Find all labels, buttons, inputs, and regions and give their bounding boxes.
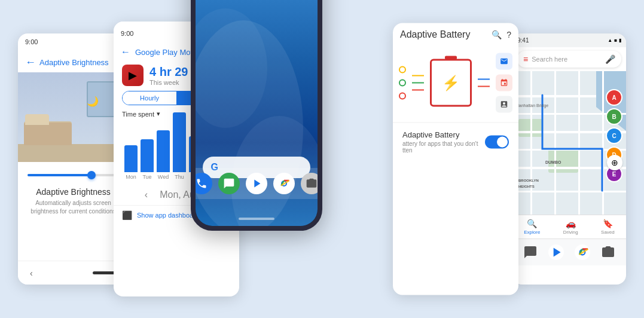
maps-battery-icon: ▮ [619,38,621,43]
dock-messages-icon[interactable] [218,173,240,194]
maps-search-text: Search here [532,56,602,63]
ab-label: Adaptive Brightness [18,182,129,199]
movies-icon-symbol: ▶ [129,69,137,82]
movies-app-icon: ▶ [122,65,144,86]
screens-container: 9:00 ← Adaptive Brightness 🌙 [0,0,644,318]
app-icon-1 [496,53,512,70]
tab-hourly[interactable]: Hourly [123,91,176,105]
bolt-icon: ⚡ [442,75,460,91]
nav-pill[interactable] [93,271,117,274]
ab-back-icon[interactable]: ← [25,56,36,69]
maps-mic-icon[interactable]: 🎤 [605,54,615,64]
movies-back-icon[interactable]: ← [121,47,130,57]
map-view[interactable]: Manhattan Bridge DUMBO BROOKLYN HEIGHTS … [512,71,626,215]
maps-right-buttons: ⊕ [607,155,622,173]
ab-title: Adaptive Brightness [39,58,109,67]
dashboard-icon: ⬛ [122,210,132,220]
avatar-1: A [606,89,622,106]
svg-rect-17 [530,71,532,215]
movies-time: 9:00 [121,30,133,37]
ab-bottom-nav: ‹ [18,261,129,285]
maps-dock-play[interactable] [547,243,566,262]
screen-adaptive-brightness: 9:00 ← Adaptive Brightness 🌙 [18,33,129,285]
battery-setting-title: Adaptive Battery [402,130,478,139]
bar-mon-bar [124,145,138,172]
svg-rect-19 [578,71,580,215]
battery-toggle[interactable] [485,135,509,148]
screen-maps: 9:41 ▲ ■ ▮ ≡ Search here 🎤 [512,33,626,285]
maps-dock-chrome[interactable] [573,243,592,262]
svg-rect-20 [602,71,604,215]
battery-title: Adaptive Battery [400,29,470,40]
center-phone: 9:00 ▲ ■ ▮ Monday, Aug 6 🌙 85°F G [191,0,322,231]
dropdown-icon: ▾ [157,110,160,118]
maps-signal-icon: ■ [614,38,617,43]
brightness-slider[interactable] [18,162,129,182]
maps-search-bar[interactable]: ≡ Search here 🎤 [517,51,621,68]
maps-tab-explore[interactable]: 🔍 Explore [524,219,540,235]
maps-wifi-icon: ▲ [608,38,612,43]
battery-help-icon[interactable]: ? [506,30,511,39]
bar-thu: Thu [173,112,186,180]
maps-tab-driving[interactable]: 🚗 Driving [563,219,578,235]
ab-time: 9:00 [25,38,38,45]
svg-rect-16 [512,191,626,192]
battery-search-icon[interactable]: 🔍 [492,30,502,39]
battery-setting-desc: attery for apps that you don't tten [402,140,478,154]
show-dashboard-label[interactable]: Show app dashboard [137,212,199,219]
phone-inner: 9:00 ▲ ■ ▮ Monday, Aug 6 🌙 85°F G [196,0,318,226]
battery-header: Adaptive Battery 🔍 ? [393,23,518,44]
bar-tue-bar [141,139,154,172]
moon-icon: 🌙 [87,96,99,107]
driving-icon: 🚗 [566,219,576,228]
svg-rect-18 [554,71,556,215]
maps-dock [512,239,626,265]
maps-gps-icon[interactable]: ⊕ [607,155,622,170]
maps-tab-saved[interactable]: 🔖 Saved [601,219,615,235]
app-icon-2 [496,75,512,91]
maps-bottom-tabs: 🔍 Explore 🚗 Driving 🔖 Saved [512,215,626,239]
maps-status-icons: ▲ ■ ▮ [608,38,621,43]
bar-wed: Wed [157,130,170,180]
svg-text:Manhattan Bridge: Manhattan Bridge [515,103,548,108]
maps-menu-icon[interactable]: ≡ [523,54,528,64]
maps-dock-messages[interactable] [521,243,540,262]
phone-dock [191,168,322,199]
dock-camera-icon[interactable] [301,173,322,194]
maps-time: 9:41 [517,37,529,44]
app-icon-3 [496,96,512,113]
dock-chrome-icon[interactable] [273,173,295,194]
svg-text:DUMBO: DUMBO [545,160,561,164]
battery-header-icons: 🔍 ? [492,30,511,39]
bar-thu-bar [173,112,186,172]
avatar-3: C [606,127,622,144]
svg-text:HEIGHTS: HEIGHTS [518,185,535,188]
battery-main-icon: ⚡ [430,59,472,107]
date-prev-icon[interactable]: ‹ [145,189,148,200]
toggle-knob [497,136,508,147]
dock-phone-icon[interactable] [191,173,212,194]
ab-desc: Automatically adjusts screen brightness … [18,199,129,223]
saved-icon: 🔖 [603,219,613,228]
bar-wed-bar [157,130,170,172]
svg-text:BROOKLYN: BROOKLYN [518,179,539,182]
maps-dock-camera[interactable] [599,243,618,262]
explore-icon: 🔍 [527,219,537,228]
nav-back-chevron[interactable]: ‹ [30,268,33,278]
dock-play-icon[interactable] [246,173,267,194]
battery-setting-row: Adaptive Battery attery for apps that yo… [393,123,518,161]
bar-mon: Mon [124,145,138,180]
avatar-2: B [606,108,622,125]
phone-home-pill[interactable] [239,218,274,220]
screen-adaptive-battery: Adaptive Battery 🔍 ? ⚡ [393,23,518,295]
bar-tue: Tue [141,139,154,180]
